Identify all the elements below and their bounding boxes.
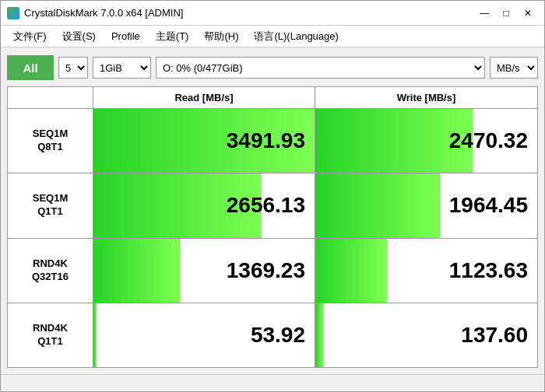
app-icon <box>7 7 19 19</box>
read-value-1: 2656.13 <box>227 193 305 218</box>
menu-help[interactable]: 帮助(H) <box>198 27 244 46</box>
write-value-3: 137.60 <box>461 323 528 348</box>
read-value-2: 1369.23 <box>227 258 305 283</box>
menu-theme[interactable]: 主题(T) <box>149 27 195 46</box>
passes-select[interactable]: 5 1 3 9 <box>58 57 88 79</box>
menu-language[interactable]: 语言(L)(Language) <box>248 27 344 46</box>
write-value-1: 1964.45 <box>449 193 528 218</box>
table-row: SEQ1MQ1T1 2656.13 1964.45 <box>8 173 537 238</box>
row-label-3: RND4KQ1T1 <box>8 303 93 367</box>
row-write-2: 1123.63 <box>315 239 537 303</box>
row-read-1: 2656.13 <box>93 173 315 237</box>
write-value-0: 2470.32 <box>449 128 528 153</box>
menu-profile[interactable]: Profile <box>105 28 146 44</box>
row-read-2: 1369.23 <box>93 239 315 303</box>
window-title: CrystalDiskMark 7.0.0 x64 [ADMIN] <box>24 7 474 19</box>
drive-select[interactable]: O: 0% (0/477GiB) <box>156 57 485 79</box>
row-write-1: 1964.45 <box>315 173 537 237</box>
row-write-3: 137.60 <box>315 303 537 367</box>
read-value-0: 3491.93 <box>227 128 305 153</box>
read-bar-3 <box>93 303 97 367</box>
row-write-0: 2470.32 <box>315 109 537 173</box>
write-bar-3 <box>315 303 324 367</box>
table-row: RND4KQ1T1 53.92 137.60 <box>8 303 537 367</box>
window-controls: — □ ✕ <box>474 5 538 22</box>
read-bar-2 <box>93 239 180 303</box>
maximize-button[interactable]: □ <box>496 5 516 22</box>
menu-file[interactable]: 文件(F) <box>7 27 53 46</box>
all-button[interactable]: All <box>7 55 54 80</box>
header-write: Write [MB/s] <box>315 87 537 108</box>
row-read-3: 53.92 <box>93 303 315 367</box>
table-header: Read [MB/s] Write [MB/s] <box>8 87 537 109</box>
title-bar: CrystalDiskMark 7.0.0 x64 [ADMIN] — □ ✕ <box>1 1 544 26</box>
data-table: Read [MB/s] Write [MB/s] SEQ1MQ8T1 3491.… <box>7 86 538 368</box>
main-content: All 5 1 3 9 1GiB 512MiB 2GiB 4GiB O: 0% … <box>1 47 544 374</box>
menu-settings[interactable]: 设置(S) <box>56 27 102 46</box>
size-select[interactable]: 1GiB 512MiB 2GiB 4GiB <box>93 57 151 79</box>
row-label-2: RND4KQ32T16 <box>8 239 93 303</box>
table-row: SEQ1MQ8T1 3491.93 2470.32 <box>8 109 537 173</box>
header-read: Read [MB/s] <box>93 87 315 108</box>
read-value-3: 53.92 <box>251 323 305 348</box>
row-label-0: SEQ1MQ8T1 <box>8 109 93 173</box>
table-row: RND4KQ32T16 1369.23 1123.63 <box>8 239 537 303</box>
minimize-button[interactable]: — <box>474 5 494 22</box>
status-bar <box>1 374 544 391</box>
header-label <box>8 87 93 108</box>
main-window: CrystalDiskMark 7.0.0 x64 [ADMIN] — □ ✕ … <box>0 0 545 392</box>
table-body: SEQ1MQ8T1 3491.93 2470.32 SEQ1MQ1T1 2656… <box>8 109 537 367</box>
unit-select[interactable]: MB/s GB/s IOPS <box>490 57 538 79</box>
write-bar-1 <box>315 173 440 237</box>
write-bar-2 <box>315 239 387 303</box>
write-value-2: 1123.63 <box>449 258 528 283</box>
row-read-0: 3491.93 <box>93 109 315 173</box>
row-label-1: SEQ1MQ1T1 <box>8 173 93 237</box>
menu-bar: 文件(F) 设置(S) Profile 主题(T) 帮助(H) 语言(L)(La… <box>1 26 544 47</box>
close-button[interactable]: ✕ <box>518 5 538 22</box>
controls-row: All 5 1 3 9 1GiB 512MiB 2GiB 4GiB O: 0% … <box>7 54 538 82</box>
